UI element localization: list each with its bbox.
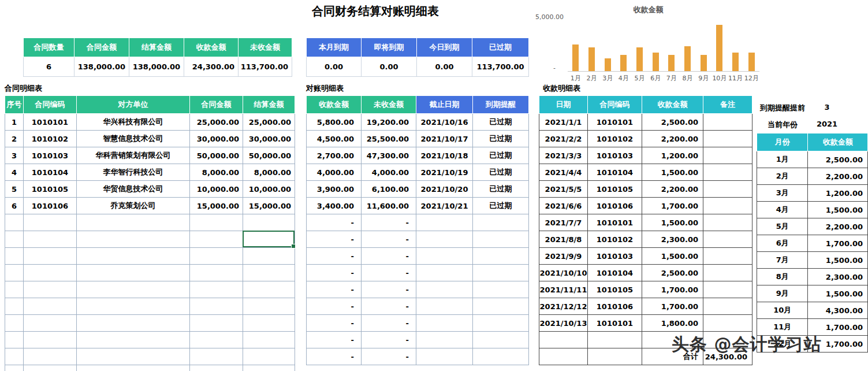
cell[interactable] (243, 281, 295, 298)
cell[interactable]: 2021/10/16 (416, 114, 473, 131)
cell[interactable]: 1,700.00 (642, 281, 703, 298)
cell[interactable]: 1010104 (24, 164, 77, 181)
cell[interactable]: 2,500.00 (642, 265, 703, 281)
cell[interactable]: 2,300.00 (642, 231, 703, 248)
cell[interactable]: 4,000.00 (362, 164, 416, 181)
cell[interactable]: 1,500.00 (808, 285, 868, 302)
cell[interactable]: 15,000.00 (190, 198, 243, 214)
cell[interactable] (190, 332, 243, 348)
cell[interactable]: 2021/6/6 (539, 198, 588, 214)
cell[interactable] (703, 131, 752, 147)
cell[interactable] (77, 315, 190, 332)
cell[interactable] (416, 231, 473, 248)
cell[interactable]: 19,200.00 (362, 114, 416, 131)
cell[interactable]: 5月 (757, 218, 808, 235)
cell[interactable]: 2021/10/10 (539, 265, 588, 281)
cell[interactable] (5, 281, 24, 298)
cell[interactable] (703, 298, 752, 315)
cell[interactable]: 6月 (757, 235, 808, 252)
cell[interactable]: - (307, 348, 362, 365)
cell[interactable]: - (362, 348, 416, 365)
cell[interactable] (5, 298, 24, 315)
cell[interactable] (5, 348, 24, 365)
cell[interactable] (243, 214, 295, 231)
cell[interactable] (473, 332, 529, 348)
cell[interactable]: 3,400.00 (307, 198, 362, 214)
cell[interactable] (703, 214, 752, 231)
cell[interactable] (243, 265, 295, 281)
cell[interactable]: 1010105 (588, 181, 642, 198)
cell[interactable]: 1,200.00 (808, 185, 868, 202)
cell[interactable]: 113,700.00 (239, 57, 292, 77)
cell[interactable] (703, 198, 752, 214)
current-year-value[interactable]: 2021 (809, 120, 845, 128)
cell[interactable] (190, 231, 243, 248)
cell[interactable]: 1,800.00 (642, 315, 703, 332)
cell[interactable]: 1010104 (588, 164, 642, 181)
cell[interactable]: 8,000.00 (190, 164, 243, 181)
cell[interactable] (77, 248, 190, 265)
cell[interactable]: 华贸信息技术公司 (77, 181, 190, 198)
reminder-days-value[interactable]: 3 (814, 103, 840, 112)
cell[interactable] (24, 348, 77, 365)
cell[interactable]: 6 (5, 198, 24, 214)
cell[interactable]: 2021/1/1 (539, 114, 588, 131)
cell[interactable]: 4,300.00 (808, 302, 868, 319)
cell[interactable]: 1010102 (588, 131, 642, 147)
cell[interactable]: 2,500.00 (642, 114, 703, 131)
cell[interactable] (5, 265, 24, 281)
cell[interactable] (416, 332, 473, 348)
cell[interactable] (24, 281, 77, 298)
cell[interactable]: 1010106 (588, 198, 642, 214)
cell[interactable] (190, 298, 243, 315)
cell[interactable]: 8月 (757, 269, 808, 285)
cell[interactable] (703, 114, 752, 131)
cell[interactable]: 2021/3/3 (539, 147, 588, 164)
cell[interactable]: 2021/10/17 (416, 131, 473, 147)
cell[interactable]: 2021/4/4 (539, 164, 588, 181)
cell[interactable]: - (307, 281, 362, 298)
cell[interactable] (24, 332, 77, 348)
cell[interactable]: 0.00 (362, 57, 417, 77)
cell[interactable]: 6 (24, 57, 74, 77)
cell[interactable]: 138,000.00 (74, 57, 129, 77)
cell[interactable]: 9月 (757, 285, 808, 302)
cell[interactable]: 1010104 (588, 265, 642, 281)
cell[interactable]: - (362, 265, 416, 281)
cell[interactable]: 1010105 (588, 281, 642, 298)
cell[interactable] (5, 231, 24, 248)
cell[interactable] (416, 265, 473, 281)
cell[interactable]: - (362, 214, 416, 231)
cell[interactable] (190, 265, 243, 281)
cell[interactable]: 1,500.00 (642, 214, 703, 231)
cell[interactable]: - (362, 298, 416, 315)
cell[interactable] (473, 315, 529, 332)
cell[interactable] (703, 231, 752, 248)
cell[interactable]: 1010103 (24, 147, 77, 164)
cell[interactable]: 25,000.00 (190, 114, 243, 131)
cell[interactable]: 2,200.00 (642, 181, 703, 198)
cell[interactable]: 25,500.00 (362, 131, 416, 147)
cell[interactable] (539, 332, 588, 348)
cell[interactable]: 24,300.00 (184, 57, 239, 77)
cell[interactable] (243, 348, 295, 365)
cell[interactable] (190, 248, 243, 265)
cell[interactable]: - (362, 231, 416, 248)
cell[interactable] (473, 248, 529, 265)
cell[interactable]: 2,200.00 (808, 218, 868, 235)
cell[interactable]: 50,000.00 (190, 147, 243, 164)
cell[interactable]: 0.00 (307, 57, 362, 77)
cell[interactable]: 华科营销策划有限公司 (77, 147, 190, 164)
cell[interactable]: 1010102 (588, 231, 642, 248)
cell[interactable]: 2 (5, 131, 24, 147)
cell[interactable] (77, 265, 190, 281)
cell[interactable] (190, 365, 243, 371)
cell[interactable] (703, 265, 752, 281)
cell[interactable] (5, 214, 24, 231)
cell[interactable]: 138,000.00 (129, 57, 184, 77)
cell[interactable]: 2021/10/19 (416, 164, 473, 181)
cell[interactable]: 4,000.00 (307, 164, 362, 181)
cell[interactable] (77, 281, 190, 298)
cell[interactable] (703, 181, 752, 198)
cell[interactable]: 1010103 (588, 248, 642, 265)
